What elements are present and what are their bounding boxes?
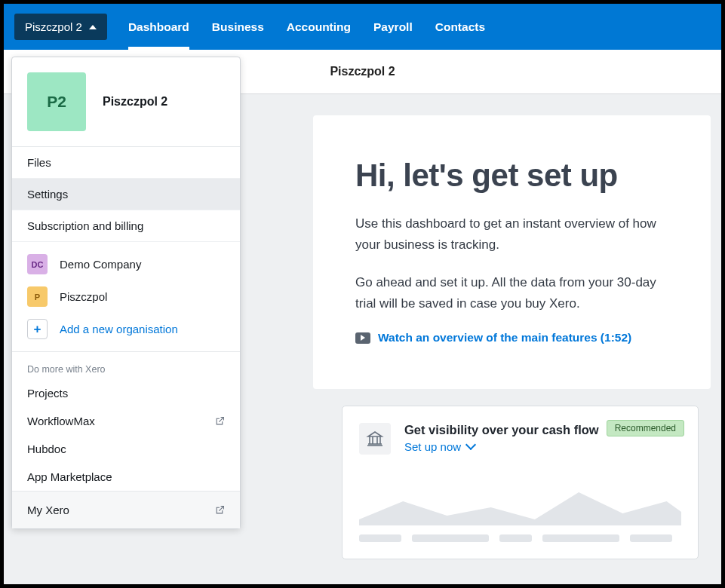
caret-up-icon [89, 25, 97, 29]
nav-dashboard[interactable]: Dashboard [128, 4, 189, 50]
video-play-icon [355, 332, 370, 344]
org-mini-avatar: DC [27, 254, 48, 274]
dropdown-more-workflowmax[interactable]: WorkflowMax [12, 407, 240, 435]
welcome-paragraph-1: Use this dashboard to get an instant ove… [355, 213, 679, 256]
cashflow-card: Recommended Get visibility over your cas… [342, 406, 699, 559]
external-link-icon [215, 505, 225, 515]
dropdown-more-projects[interactable]: Projects [12, 379, 240, 407]
org-row-piszczpol[interactable]: P Piszczpol [12, 280, 240, 313]
dropdown-current-org[interactable]: P2 Piszczpol 2 [12, 57, 240, 147]
nav-accounting[interactable]: Accounting [287, 4, 351, 50]
chevron-down-icon [465, 439, 476, 450]
recommended-badge: Recommended [607, 420, 684, 436]
external-link-icon [215, 416, 225, 426]
spark-chart-placeholder [359, 482, 681, 542]
dropdown-item-files[interactable]: Files [12, 147, 240, 179]
org-switcher-button[interactable]: Piszczpol 2 [14, 14, 107, 40]
nav-payroll[interactable]: Payroll [373, 4, 413, 50]
add-new-organisation[interactable]: + Add a new organisation [12, 313, 240, 345]
dropdown-section-label: Do more with Xero [12, 352, 240, 379]
bank-icon [359, 423, 391, 455]
dropdown-more-app-marketplace[interactable]: App Marketplace [12, 463, 240, 491]
org-switcher-label: Piszczpol 2 [25, 20, 82, 33]
welcome-heading: Hi, let's get set up [355, 158, 679, 194]
nav-contacts[interactable]: Contacts [435, 4, 485, 50]
page-title: Piszczpol 2 [330, 65, 395, 78]
dropdown-more-hubdoc[interactable]: Hubdoc [12, 435, 240, 463]
dropdown-org-name: Piszczpol 2 [103, 95, 167, 109]
setup-now-link[interactable]: Set up now [404, 440, 475, 453]
org-avatar: P2 [27, 72, 86, 131]
dropdown-item-subscription[interactable]: Subscription and billing [12, 210, 240, 242]
cashflow-title: Get visibility over your cash flow [404, 423, 599, 437]
dropdown-my-xero[interactable]: My Xero [12, 491, 240, 528]
welcome-card: Hi, let's get set up Use this dashboard … [313, 115, 711, 389]
org-mini-avatar: P [27, 286, 48, 307]
org-dropdown-menu: P2 Piszczpol 2 Files Settings Subscripti… [11, 57, 241, 529]
watch-overview-link[interactable]: Watch an overview of the main features (… [355, 331, 631, 345]
org-row-demo-company[interactable]: DC Demo Company [12, 248, 240, 280]
plus-icon: + [27, 319, 48, 339]
nav-business[interactable]: Business [212, 4, 264, 50]
dropdown-item-settings[interactable]: Settings [12, 179, 240, 210]
welcome-paragraph-2: Go ahead and set it up. All the data fro… [355, 272, 679, 314]
